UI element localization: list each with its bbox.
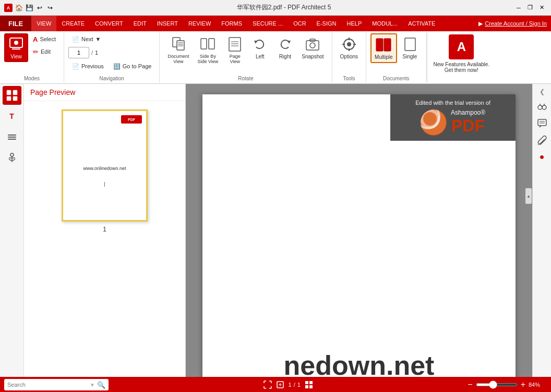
menu-item-secure[interactable]: SECURE ... — [247, 16, 288, 31]
right-rotate-icon — [277, 36, 293, 53]
page-thumbnail[interactable]: PDF www.onlinedown.net | — [62, 109, 148, 222]
tools-buttons: Options — [337, 33, 362, 75]
sidebar-btn-anchor[interactable] — [3, 149, 21, 167]
ribbon-group-documents: Multiple Single Documents — [366, 32, 426, 82]
search-input[interactable] — [7, 382, 88, 388]
svg-rect-27 — [405, 38, 415, 51]
zoom-in-btn[interactable]: + — [521, 380, 525, 389]
ribbon-btn-edit[interactable]: ✏ Edit — [29, 46, 59, 57]
menu-item-insert[interactable]: INSERT — [152, 16, 183, 31]
status-page-separator: / — [294, 382, 295, 388]
menu-item-review[interactable]: REVIEW — [183, 16, 216, 31]
left-rotate-icon — [251, 36, 268, 53]
ribbon-group-tools: Options Tools — [332, 32, 366, 82]
svg-rect-29 — [13, 90, 17, 95]
save-icon[interactable]: 💾 — [25, 4, 33, 12]
sidebar-btn-layers[interactable] — [3, 128, 21, 146]
ribbon-btn-select[interactable]: A Select — [29, 33, 59, 45]
ribbon-btn-snapshot[interactable]: Snapshot — [298, 33, 327, 62]
svg-point-39 — [422, 111, 438, 127]
zoom-out-btn[interactable]: − — [468, 380, 472, 389]
search-dropdown-icon[interactable]: ▼ — [90, 382, 95, 388]
thumbnail-view-btn[interactable] — [305, 381, 313, 389]
ribbon-btn-options[interactable]: Options — [337, 33, 362, 62]
menu-item-activate[interactable]: ACTIVATE — [403, 16, 440, 31]
left-sidebar: T — [0, 84, 24, 377]
page-number-input[interactable] — [68, 47, 89, 58]
menu-item-help[interactable]: HELP — [341, 16, 367, 31]
minimize-button[interactable]: ─ — [513, 3, 524, 13]
ashampoo-brand-text: Ashampoo® PDF — [451, 109, 485, 136]
ribbon-btn-right[interactable]: Right — [273, 33, 297, 62]
zoom-slider[interactable] — [476, 383, 518, 386]
nav-top-row: 📄 Next ▼ — [68, 33, 155, 45]
sidebar-btn-text[interactable]: T — [3, 107, 21, 126]
new-features-area[interactable]: A New Features Available.Get them now! — [427, 32, 496, 82]
svg-point-35 — [10, 153, 14, 156]
right-sidebar-btn-paperclip[interactable] — [535, 133, 549, 148]
options-icon — [341, 36, 357, 53]
preview-panel-title: Page Preview — [24, 84, 185, 101]
ribbon-btn-single[interactable]: Single — [398, 33, 422, 62]
ribbon-group-rotate: DocumentView Side BySide View — [160, 32, 332, 82]
menu-item-forms[interactable]: FORMS — [216, 16, 247, 31]
watermark-text: Edited with the trial version of — [396, 100, 510, 106]
svg-marker-14 — [254, 41, 257, 44]
menu-item-view[interactable]: VIEW — [31, 16, 56, 31]
zoom-percent: 84% — [529, 382, 547, 388]
right-label: Right — [279, 54, 291, 59]
redo-icon[interactable]: ↪ — [46, 4, 54, 12]
menu-item-edit[interactable]: EDIT — [128, 16, 152, 31]
ribbon-btn-sideside[interactable]: Side BySide View — [194, 33, 222, 67]
menu-item-modul[interactable]: MODUL... — [367, 16, 403, 31]
svg-rect-26 — [384, 39, 391, 51]
docview-label: DocumentView — [167, 54, 189, 64]
ribbon-collapse-handle[interactable]: ▲ — [525, 188, 532, 204]
menu-file[interactable]: FILE — [0, 16, 31, 31]
ashampoo-pdf-label: PDF — [451, 116, 485, 136]
svg-rect-31 — [13, 96, 17, 101]
restore-button[interactable]: ❐ — [525, 3, 535, 13]
sidebar-btn-thumbnail[interactable] — [3, 86, 21, 105]
close-button[interactable]: ✕ — [536, 3, 547, 13]
ribbon-btn-pageview[interactable]: PageView — [223, 33, 247, 67]
ribbon-btn-goto[interactable]: 🔢 Go to Page — [110, 60, 155, 72]
menu-item-convert[interactable]: CONVERT — [90, 16, 128, 31]
edit-label: Edit — [41, 48, 51, 55]
search-icon[interactable]: 🔍 — [97, 381, 105, 389]
pageview-label: PageView — [230, 54, 241, 64]
svg-rect-45 — [538, 119, 546, 126]
ribbon-btn-view[interactable]: View — [4, 33, 28, 62]
right-sidebar-collapse[interactable]: ❮ — [533, 86, 551, 97]
multiple-label: Multiple — [375, 54, 392, 60]
select-label: Select — [40, 36, 56, 42]
menu-item-create[interactable]: CREATE — [56, 16, 90, 31]
svg-rect-16 — [306, 41, 319, 50]
svg-rect-4 — [177, 41, 184, 50]
page-total: 1 — [95, 50, 98, 56]
undo-icon[interactable]: ↩ — [35, 4, 44, 12]
menu-item-ocr[interactable]: OCR — [288, 16, 311, 31]
ribbon-btn-multiple[interactable]: Multiple — [370, 33, 397, 63]
fullscreen-btn[interactable] — [263, 381, 272, 389]
main-area: T Page Preview PDF www.onli — [0, 84, 551, 377]
create-account-link[interactable]: Create Account / Sign In — [485, 20, 547, 27]
svg-point-38 — [421, 110, 446, 135]
ribbon-btn-next[interactable]: 📄 Next ▼ — [68, 33, 105, 45]
nav-bottom-row: 📄 Previous 🔢 Go to Page — [68, 60, 155, 72]
ribbon-btn-previous[interactable]: 📄 Previous — [68, 60, 107, 72]
docview-icon — [170, 36, 187, 53]
watermark-overlay: Edited with the trial version of Ashampo… — [390, 94, 516, 141]
menu-item-esign[interactable]: E-SIGN — [312, 16, 342, 31]
home-icon[interactable]: 🏠 — [15, 4, 23, 12]
svg-rect-28 — [7, 90, 11, 95]
right-sidebar-btn-comment[interactable] — [535, 116, 549, 131]
ribbon-btn-left[interactable]: Left — [248, 33, 272, 62]
ribbon-btn-docview[interactable]: DocumentView — [164, 33, 193, 67]
right-sidebar-btn-binoculars[interactable] — [535, 100, 549, 114]
create-account-area: ▶ Create Account / Sign In — [478, 16, 551, 31]
documents-label: Documents — [383, 75, 410, 81]
svg-point-20 — [347, 42, 351, 46]
right-sidebar-btn-stamp[interactable]: ● — [535, 150, 549, 164]
fit-page-btn[interactable] — [276, 381, 284, 389]
